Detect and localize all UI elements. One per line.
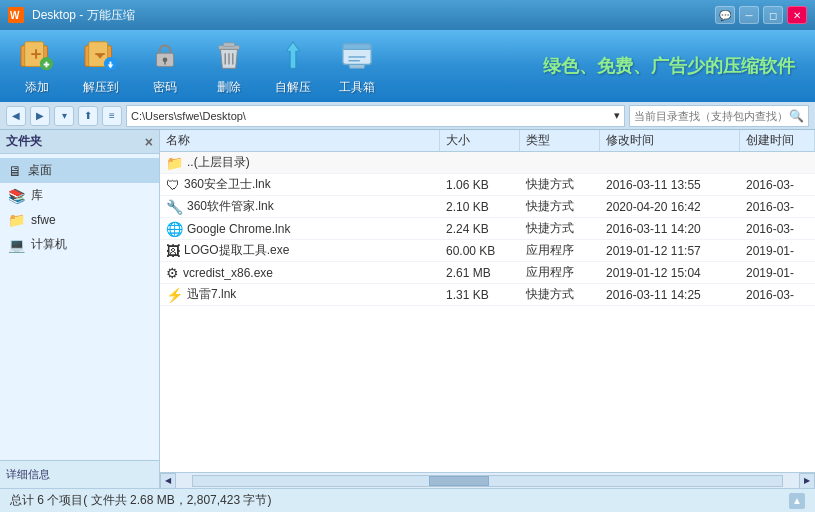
toolbar: 添加 解压到 密码	[0, 30, 815, 102]
message-btn[interactable]: 💬	[715, 6, 735, 24]
table-row[interactable]: 📁 ..(上层目录)	[160, 152, 815, 174]
sidebar-item-library[interactable]: 📚 库	[0, 183, 159, 208]
svg-rect-26	[343, 43, 371, 49]
window-title: Desktop - 万能压缩	[32, 7, 135, 24]
add-button[interactable]: 添加	[10, 33, 64, 100]
addressbar: ◀ ▶ ▾ ⬆ ≡ C:\Users\sfwe\Desktop\ ▾ 🔍	[0, 102, 815, 130]
statusbar: 总计 6 个项目( 文件共 2.68 MB，2,807,423 字节) ▲	[0, 488, 815, 512]
file-icon: 🔧	[166, 199, 183, 215]
sidebar-close-button[interactable]: ×	[145, 134, 153, 150]
extract-button[interactable]: 解压到	[74, 33, 128, 100]
col-header-type[interactable]: 类型	[520, 130, 600, 151]
file-size: 60.00 KB	[440, 244, 520, 258]
sidebar-sfwe-label: sfwe	[31, 213, 56, 227]
file-name: 🛡 360安全卫士.lnk	[160, 176, 440, 193]
file-created: 2016-03-	[740, 200, 815, 214]
file-type: 应用程序	[520, 242, 600, 259]
file-modified: 2019-01-12 15:04	[600, 266, 740, 280]
file-name: 🖼 LOGO提取工具.exe	[160, 242, 440, 259]
folder-icon: 📁	[166, 155, 183, 171]
forward-button[interactable]: ▶	[30, 106, 50, 126]
titlebar: W Desktop - 万能压缩 💬 ─ ◻ ✕	[0, 0, 815, 30]
horizontal-scrollbar: ◀ ▶	[160, 472, 815, 488]
file-name: 🔧 360软件管家.lnk	[160, 198, 440, 215]
main-area: 文件夹 × 🖥 桌面 📚 库 📁 sfwe 💻 计算机 详细信息	[0, 130, 815, 488]
statusbar-arrow-button[interactable]: ▲	[789, 493, 805, 509]
hscroll-right-arrow[interactable]: ▶	[799, 473, 815, 489]
svg-point-17	[163, 57, 168, 62]
sidebar: 文件夹 × 🖥 桌面 📚 库 📁 sfwe 💻 计算机 详细信息	[0, 130, 160, 488]
table-row[interactable]: 🖼 LOGO提取工具.exe 60.00 KB 应用程序 2019-01-12 …	[160, 240, 815, 262]
sidebar-item-desktop[interactable]: 🖥 桌面	[0, 158, 159, 183]
file-type: 快捷方式	[520, 176, 600, 193]
hscroll-thumb[interactable]	[429, 476, 489, 486]
sfx-label: 自解压	[275, 79, 311, 96]
table-row[interactable]: ⚙ vcredist_x86.exe 2.61 MB 应用程序 2019-01-…	[160, 262, 815, 284]
file-icon: 🖼	[166, 243, 180, 259]
view-toggle-button[interactable]: ≡	[102, 106, 122, 126]
restore-btn[interactable]: ◻	[763, 6, 783, 24]
extract-icon	[82, 37, 120, 75]
close-btn[interactable]: ✕	[787, 6, 807, 24]
sfwe-icon: 📁	[8, 212, 25, 228]
address-bar[interactable]: C:\Users\sfwe\Desktop\ ▾	[126, 105, 625, 127]
desktop-icon: 🖥	[8, 163, 22, 179]
sfx-button[interactable]: 自解压	[266, 33, 320, 100]
back-button[interactable]: ◀	[6, 106, 26, 126]
minimize-btn[interactable]: ─	[739, 6, 759, 24]
col-header-modified[interactable]: 修改时间	[600, 130, 740, 151]
search-icon[interactable]: 🔍	[789, 109, 804, 123]
upload-button[interactable]: ⬆	[78, 106, 98, 126]
addr-dropdown-arrow: ▾	[614, 109, 620, 122]
file-created: 2016-03-	[740, 288, 815, 302]
file-created: 2019-01-	[740, 244, 815, 258]
filelist: 名称 大小 类型 修改时间 创建时间 📁 ..(上层目录) 🛡	[160, 130, 815, 488]
file-icon: ⚡	[166, 287, 183, 303]
brand-text: 绿色、免费、广告少的压缩软件	[543, 54, 795, 78]
path-text: C:\Users\sfwe\Desktop\	[131, 110, 246, 122]
filelist-body: 📁 ..(上层目录) 🛡 360安全卫士.lnk 1.06 KB 快捷方式 20…	[160, 152, 815, 472]
dropdown-arrow-button[interactable]: ▾	[54, 106, 74, 126]
app-icon: W	[8, 7, 24, 23]
sidebar-desktop-label: 桌面	[28, 162, 52, 179]
delete-icon	[210, 37, 248, 75]
file-created: 2016-03-	[740, 222, 815, 236]
extract-label: 解压到	[83, 79, 119, 96]
titlebar-controls: 💬 ─ ◻ ✕	[715, 6, 807, 24]
add-icon	[18, 37, 56, 75]
delete-button[interactable]: 删除	[202, 33, 256, 100]
svg-text:W: W	[10, 10, 20, 21]
col-header-size[interactable]: 大小	[440, 130, 520, 151]
file-modified: 2016-03-11 13:55	[600, 178, 740, 192]
col-header-name[interactable]: 名称	[160, 130, 440, 151]
file-icon: ⚙	[166, 265, 179, 281]
file-modified: 2016-03-11 14:25	[600, 288, 740, 302]
sidebar-library-label: 库	[31, 187, 43, 204]
tools-label: 工具箱	[339, 79, 375, 96]
tools-icon	[338, 37, 376, 75]
table-row[interactable]: ⚡ 迅雷7.lnk 1.31 KB 快捷方式 2016-03-11 14:25 …	[160, 284, 815, 306]
search-input[interactable]	[634, 110, 789, 122]
file-created: 2019-01-	[740, 266, 815, 280]
hscroll-left-arrow[interactable]: ◀	[160, 473, 176, 489]
svg-marker-24	[286, 41, 299, 68]
col-header-created[interactable]: 创建时间	[740, 130, 815, 151]
password-button[interactable]: 密码	[138, 33, 192, 100]
password-label: 密码	[153, 79, 177, 96]
search-box: 🔍	[629, 105, 809, 127]
status-text: 总计 6 个项目( 文件共 2.68 MB，2,807,423 字节)	[10, 492, 271, 509]
file-type: 应用程序	[520, 264, 600, 281]
sidebar-item-sfwe[interactable]: 📁 sfwe	[0, 208, 159, 232]
table-row[interactable]: 🛡 360安全卫士.lnk 1.06 KB 快捷方式 2016-03-11 13…	[160, 174, 815, 196]
file-modified: 2019-01-12 11:57	[600, 244, 740, 258]
sidebar-header: 文件夹 ×	[0, 130, 159, 154]
table-row[interactable]: 🔧 360软件管家.lnk 2.10 KB 快捷方式 2020-04-20 16…	[160, 196, 815, 218]
titlebar-left: W Desktop - 万能压缩	[8, 7, 135, 24]
library-icon: 📚	[8, 188, 25, 204]
file-size: 2.10 KB	[440, 200, 520, 214]
table-row[interactable]: 🌐 Google Chrome.lnk 2.24 KB 快捷方式 2016-03…	[160, 218, 815, 240]
sidebar-item-computer[interactable]: 💻 计算机	[0, 232, 159, 257]
file-size: 1.06 KB	[440, 178, 520, 192]
file-name: 🌐 Google Chrome.lnk	[160, 221, 440, 237]
tools-button[interactable]: 工具箱	[330, 33, 384, 100]
